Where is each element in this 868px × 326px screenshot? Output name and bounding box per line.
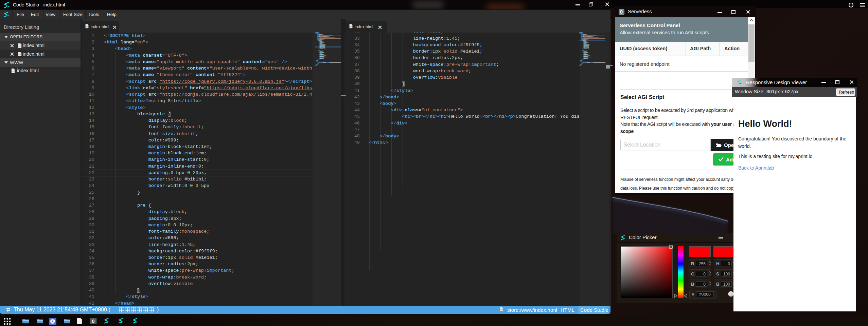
svg-text:</>: </> — [500, 309, 503, 311]
svg-text:</>: </> — [12, 70, 15, 72]
svg-text:</>: </> — [350, 26, 353, 28]
svg-text:</>: </> — [18, 53, 21, 56]
svg-text:</>: </> — [18, 45, 21, 47]
svg-text:</>: </> — [86, 26, 89, 28]
svg-text:0: 0 — [92, 319, 95, 324]
